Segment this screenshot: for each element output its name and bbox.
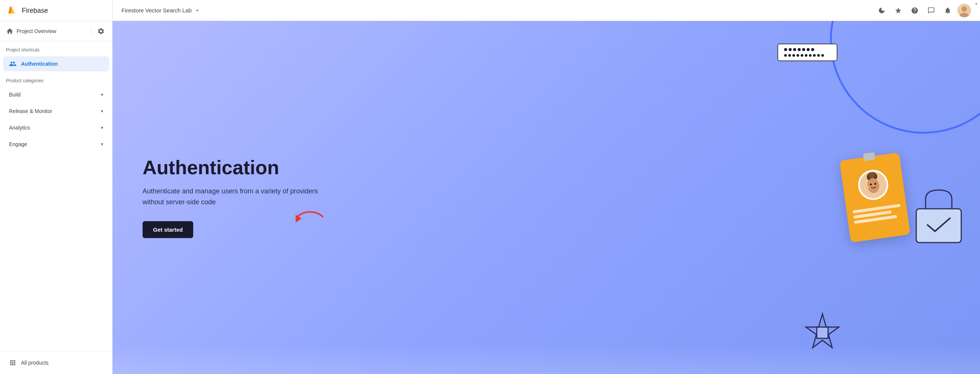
build-chevron-icon: ▾ — [101, 92, 103, 97]
project-shortcuts-label: Project shortcuts — [0, 41, 112, 56]
avatar-face-icon — [858, 170, 888, 200]
release-monitor-label: Release & Monitor — [9, 108, 52, 114]
id-card-illustration — [839, 152, 910, 243]
circle-arc-decoration — [830, 21, 980, 134]
grid-icon — [9, 359, 16, 366]
project-overview-nav[interactable]: Project Overview — [0, 21, 112, 41]
svg-rect-12 — [817, 327, 828, 338]
username-dots — [784, 48, 830, 51]
chevron-down-icon — [194, 7, 201, 14]
gear-icon — [97, 27, 105, 35]
project-overview-label: Project Overview — [16, 28, 56, 34]
id-card-avatar — [856, 168, 890, 201]
home-nav-item[interactable]: Project Overview — [6, 27, 86, 35]
svg-rect-13 — [916, 209, 961, 243]
home-icon — [6, 27, 14, 35]
engage-chevron-icon: ▾ — [101, 142, 103, 147]
lock-icon — [912, 184, 965, 245]
chat-button[interactable] — [924, 4, 938, 17]
analytics-label: Analytics — [9, 125, 30, 131]
lock-illustration — [912, 184, 965, 246]
people-icon — [9, 60, 16, 67]
project-name: Firestore Vector Search Lab — [122, 7, 192, 13]
all-products-item[interactable]: All products — [3, 355, 109, 371]
product-categories-label: Product categories — [0, 72, 112, 86]
chat-icon — [928, 7, 935, 14]
sidebar-item-release-monitor[interactable]: Release & Monitor ▾ — [3, 104, 109, 119]
id-card-clip — [863, 152, 875, 161]
user-avatar[interactable] — [958, 4, 971, 17]
firebase-logo-icon — [6, 5, 18, 16]
engage-label: Engage — [9, 141, 27, 147]
build-label: Build — [9, 92, 21, 97]
sparkle-button[interactable] — [891, 4, 905, 17]
all-products-label: All products — [21, 360, 48, 366]
hero-description: Authenticate and manage users from a var… — [143, 186, 323, 208]
main-content: Firestore Vector Search Lab — [113, 0, 980, 374]
topbar: Firestore Vector Search Lab — [113, 0, 980, 21]
help-icon — [911, 7, 918, 14]
help-button[interactable] — [908, 4, 921, 17]
settings-button[interactable] — [95, 26, 106, 37]
moon-icon — [878, 7, 885, 14]
sparkle-icon — [894, 7, 902, 14]
nav-divider — [91, 27, 91, 35]
sidebar-item-analytics[interactable]: Analytics ▾ — [3, 120, 109, 135]
bell-icon — [944, 7, 951, 14]
analytics-chevron-icon: ▾ — [101, 125, 103, 130]
svg-point-1 — [962, 6, 967, 12]
id-card-lines — [846, 203, 908, 225]
authentication-label: Authentication — [21, 61, 58, 67]
sidebar-item-authentication[interactable]: Authentication — [3, 56, 109, 71]
ground-gradient — [113, 344, 980, 374]
hero-content: Authentication Authenticate and manage u… — [143, 157, 323, 238]
hero-title: Authentication — [143, 157, 323, 178]
project-selector[interactable]: Firestore Vector Search Lab — [122, 7, 201, 14]
dark-mode-button[interactable] — [875, 4, 888, 17]
sidebar-bottom: All products — [0, 351, 112, 374]
sidebar-item-engage[interactable]: Engage ▾ — [3, 137, 109, 152]
app-title: Firebase — [22, 7, 48, 14]
password-dots — [784, 54, 830, 57]
login-form-illustration — [777, 43, 837, 61]
hero-section: Authentication Authenticate and manage u… — [113, 21, 980, 374]
avatar-image — [958, 4, 971, 17]
sidebar-item-build[interactable]: Build ▾ — [3, 87, 109, 102]
get-started-button[interactable]: Get started — [143, 221, 193, 238]
topbar-actions — [875, 4, 971, 17]
sidebar: Firebase Project Overview Project shortc… — [0, 0, 113, 374]
release-monitor-chevron-icon: ▾ — [101, 109, 103, 114]
notifications-button[interactable] — [941, 4, 955, 17]
sidebar-header: Firebase — [0, 0, 112, 21]
